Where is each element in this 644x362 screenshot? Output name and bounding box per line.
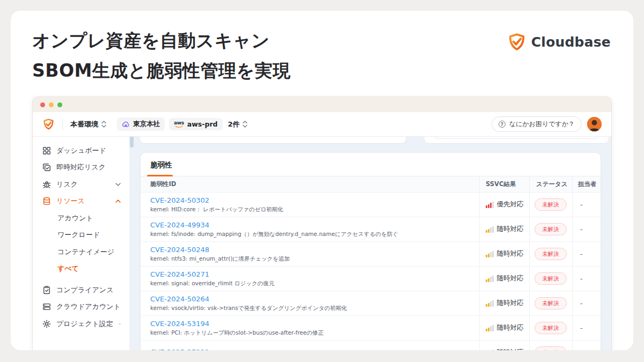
divider (62, 119, 63, 130)
table-row[interactable]: CVE-2024-50302 kernel: HID:core： レポートバッフ… (141, 193, 601, 217)
column-header-status: ステータス (529, 176, 572, 192)
sidebar-item-dashboard[interactable]: ダッシュボード (33, 142, 129, 159)
tab-bar: 脆弱性 (141, 153, 601, 176)
summary-card-inner-box (434, 137, 599, 139)
ssvc-signal-icon (486, 226, 494, 233)
cve-link[interactable]: CVE-2024-50248 (150, 246, 472, 254)
aws-logo-icon: aws (174, 121, 184, 128)
status-badge: 未解決 (535, 198, 567, 211)
status-badge: 未解決 (535, 272, 567, 285)
column-header-ssvc: SSVC結果 (479, 176, 529, 192)
chevron-down-icon (115, 183, 121, 186)
column-header-cve-id: 脆弱性ID (141, 180, 479, 188)
organization-cloud-icon (122, 120, 130, 128)
organization-chip[interactable]: 東京本社 (117, 117, 165, 131)
scrollbar-thumb[interactable] (130, 137, 134, 147)
vulnerability-panel: 脆弱性 脆弱性ID SSVC結果 ステータス 担当者 CVE-2024-5030… (140, 152, 601, 350)
status-badge: 未解決 (535, 297, 567, 309)
status-badge: 未解決 (535, 322, 567, 334)
ssvc-label: 随時対応 (497, 225, 524, 234)
table-row[interactable]: CVE-2025-27221 随時対応 未解決 (141, 341, 601, 350)
ssvc-signal-icon (486, 325, 494, 331)
cloud-account-chip[interactable]: aws aws-prd (169, 118, 223, 130)
ssvc-signal-icon (486, 251, 494, 257)
assignee-cell: - (572, 291, 601, 315)
ssvc-signal-icon (486, 202, 494, 208)
question-icon: ? (499, 121, 506, 128)
ssvc-signal-icon (486, 300, 494, 307)
headline-line-1: オンプレ資産を自動スキャン (32, 26, 291, 56)
chevron-up-icon (115, 200, 121, 203)
maximize-button[interactable] (57, 102, 62, 107)
sidebar-item-workloads[interactable]: ワークロード (33, 227, 129, 244)
cve-link[interactable]: CVE-2024-53194 (150, 320, 472, 328)
sidebar-item-accounts[interactable]: アカウント (33, 210, 129, 227)
table-row[interactable]: CVE-2024-50271 kernel: signal: override_… (141, 267, 601, 291)
summary-card-left (140, 137, 406, 143)
cve-description: kernel: fs/inode: dump_mapping（）が無効なdent… (150, 231, 472, 238)
cve-description: kernel: HID:core： レポートバッファのゼロ初期化 (150, 206, 472, 213)
sidebar-item-compliance[interactable]: コンプライアンス (33, 282, 129, 299)
bug-icon (42, 180, 51, 189)
account-count-label: 2件 (228, 120, 240, 129)
sidebar-item-container-images[interactable]: コンテナイメージ (33, 243, 129, 261)
clipboard-check-icon (42, 286, 51, 294)
sidebar-item-resources[interactable]: リソース (33, 193, 129, 210)
sidebar-item-cloud-accounts[interactable]: クラウドアカウント (33, 299, 129, 316)
table-row[interactable]: CVE-2024-50264 kernel: vsock/virtio: vsk… (141, 291, 601, 316)
minimize-button[interactable] (49, 102, 54, 107)
ssvc-label: 随時対応 (497, 348, 524, 350)
headline-line-2: SBOM生成と脆弱性管理を実現 (32, 56, 291, 86)
cve-link[interactable]: CVE-2024-50264 (150, 295, 472, 303)
hero-card: オンプレ資産を自動スキャン SBOM生成と脆弱性管理を実現 Cloudbase … (11, 11, 633, 350)
ssvc-signal-icon (486, 350, 494, 351)
user-avatar[interactable] (587, 117, 602, 131)
account-count-selector[interactable]: 2件 (228, 120, 247, 129)
status-badge: 未解決 (535, 248, 567, 260)
summary-card-right (425, 137, 609, 143)
app-logo-icon[interactable] (42, 118, 55, 130)
chevron-down-icon (119, 322, 121, 326)
assignee-cell: - (572, 193, 601, 217)
chevron-updown-icon (243, 121, 247, 128)
status-badge: 未解決 (535, 346, 567, 350)
organization-label: 東京本社 (133, 120, 160, 129)
browser-titlebar (33, 97, 611, 112)
column-header-assignee: 担当者 (572, 176, 601, 192)
cve-link[interactable]: CVE-2024-49934 (150, 221, 472, 229)
assignee-cell: - (572, 217, 601, 241)
close-button[interactable] (40, 102, 45, 107)
sidebar: ダッシュボード 即時対応リスク リスク リソース アカウント (33, 137, 129, 350)
ssvc-label: 随時対応 (497, 299, 524, 308)
status-badge: 未解決 (535, 223, 567, 235)
ssvc-signal-icon (486, 276, 494, 282)
help-label: なにかお困りですか？ (509, 120, 575, 129)
assignee-cell: - (572, 267, 601, 291)
sidebar-item-risk[interactable]: リスク (33, 176, 129, 193)
app-topbar: 本番環境 東京本社 aws aws-prd 2件 ? (33, 112, 611, 137)
headline: オンプレ資産を自動スキャン SBOM生成と脆弱性管理を実現 (32, 26, 291, 86)
cve-link[interactable]: CVE-2024-50271 (150, 270, 472, 278)
chevron-updown-icon (101, 121, 106, 128)
table-row[interactable]: CVE-2024-50248 kernel: ntfs3: mi_enum_at… (141, 242, 601, 267)
instant-risk-icon (42, 163, 51, 172)
sidebar-item-instant-risk[interactable]: 即時対応リスク (33, 159, 129, 176)
browser-window: 本番環境 東京本社 aws aws-prd 2件 ? (32, 97, 612, 350)
cve-link[interactable]: CVE-2024-50302 (150, 196, 472, 204)
ssvc-label: 随時対応 (497, 323, 524, 333)
cve-description: kernel: PCI: ホットリムーブ時のslot->busのuse-afte… (150, 329, 472, 337)
cve-description: kernel: signal: override_rlimit ロジックの復元 (150, 280, 472, 287)
table-row[interactable]: CVE-2024-53194 kernel: PCI: ホットリムーブ時のslo… (141, 316, 601, 341)
environment-selector[interactable]: 本番環境 (70, 120, 106, 129)
sidebar-item-all[interactable]: すべて (33, 261, 129, 278)
tab-vulnerabilities[interactable]: 脆弱性 (150, 160, 172, 170)
database-icon (42, 197, 51, 205)
help-button[interactable]: ? なにかお困りですか？ (492, 116, 582, 132)
cve-description: kernel: ntfs3: mi_enum_attr()に境界チェックを追加 (150, 255, 472, 263)
assignee-cell (572, 341, 601, 350)
cve-link[interactable]: CVE-2025-27221 (150, 348, 472, 351)
cloudbase-shield-icon (507, 32, 526, 51)
table-row[interactable]: CVE-2024-49934 kernel: fs/inode: dump_ma… (141, 217, 601, 242)
sidebar-item-project-settings[interactable]: プロジェクト設定 (33, 315, 129, 333)
main-content: 脆弱性 脆弱性ID SSVC結果 ステータス 担当者 CVE-2024-5030… (129, 137, 611, 350)
